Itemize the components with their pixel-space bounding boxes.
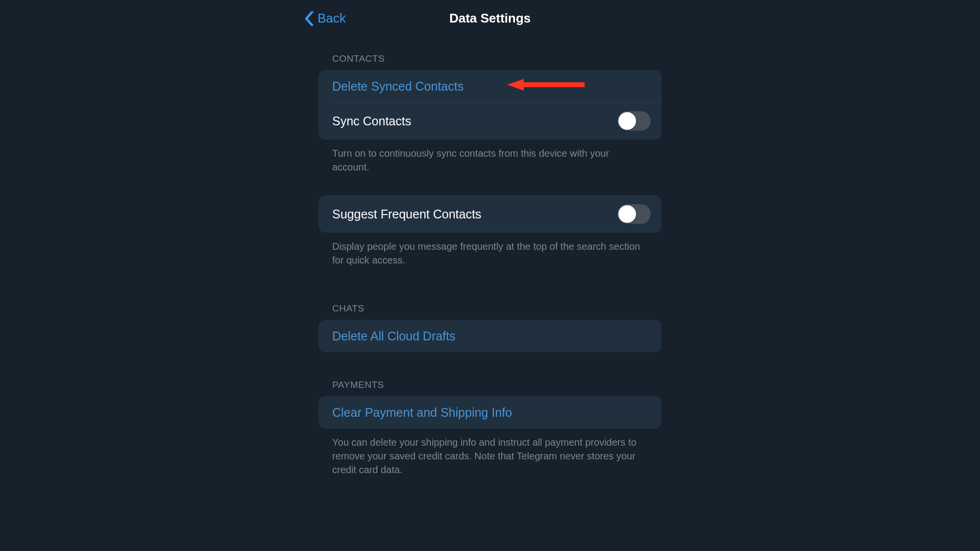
section-header-chats: CHATS: [318, 303, 662, 314]
sync-contacts-footer: Turn on to continuously sync contacts fr…: [318, 146, 662, 174]
suggest-frequent-toggle[interactable]: [617, 204, 651, 224]
contacts-group-1: Delete Synced Contacts Sync Contacts: [318, 70, 662, 140]
suggest-frequent-footer: Display people you message frequently at…: [318, 240, 662, 267]
clear-payment-row[interactable]: Clear Payment and Shipping Info: [318, 396, 662, 429]
sync-contacts-label: Sync Contacts: [332, 114, 411, 128]
section-header-payments: PAYMENTS: [318, 380, 662, 390]
settings-page: Back Data Settings CONTACTS Delete Synce…: [318, 0, 662, 477]
suggest-frequent-row: Suggest Frequent Contacts: [318, 195, 662, 233]
page-title: Data Settings: [449, 11, 531, 26]
back-label: Back: [318, 11, 346, 26]
clear-payment-label: Clear Payment and Shipping Info: [332, 406, 512, 420]
delete-synced-contacts-label: Delete Synced Contacts: [332, 79, 464, 94]
section-header-contacts: CONTACTS: [318, 53, 662, 64]
suggest-frequent-label: Suggest Frequent Contacts: [332, 207, 481, 221]
navbar: Back Data Settings: [318, 5, 662, 32]
chats-group: Delete All Cloud Drafts: [318, 320, 662, 352]
back-button[interactable]: Back: [305, 11, 346, 26]
contacts-group-2: Suggest Frequent Contacts: [318, 195, 662, 233]
sync-contacts-toggle[interactable]: [617, 111, 651, 131]
chevron-left-icon: [305, 11, 314, 26]
switch-knob: [618, 112, 636, 130]
sync-contacts-row: Sync Contacts: [318, 102, 662, 140]
delete-cloud-drafts-label: Delete All Cloud Drafts: [332, 329, 456, 343]
payments-footer: You can delete your shipping info and in…: [318, 435, 662, 477]
switch-knob: [618, 205, 636, 223]
delete-synced-contacts-row[interactable]: Delete Synced Contacts: [318, 70, 662, 102]
delete-cloud-drafts-row[interactable]: Delete All Cloud Drafts: [318, 320, 662, 352]
payments-group: Clear Payment and Shipping Info: [318, 396, 662, 429]
